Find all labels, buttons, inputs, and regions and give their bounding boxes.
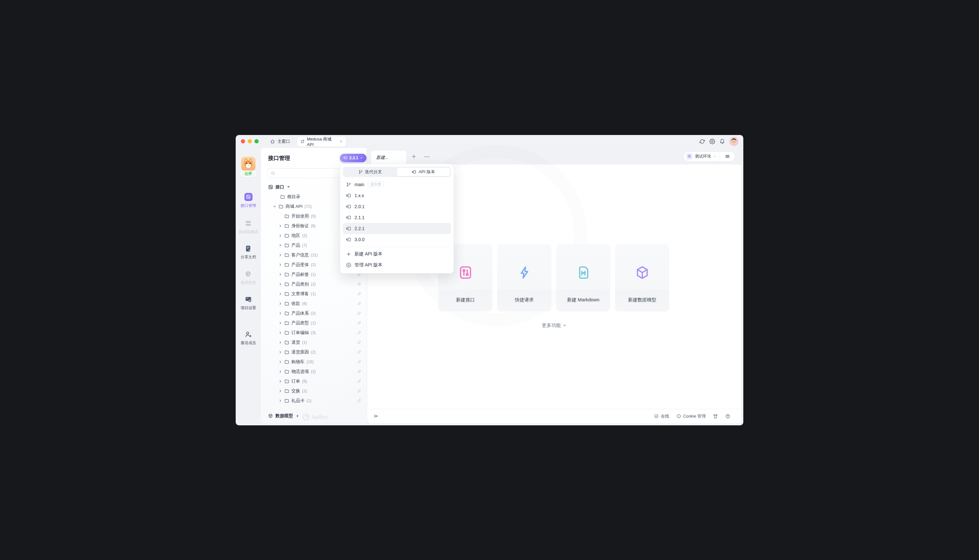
- tree-row-folder[interactable]: 交换 (2): [261, 386, 367, 396]
- link-icon[interactable]: [357, 398, 362, 403]
- environment-selector[interactable]: 测 测试环境: [684, 152, 735, 162]
- sidebar-item-automated-testing[interactable]: 自动化测试: [236, 220, 261, 235]
- manage-api-version-button[interactable]: 管理 API 版本: [343, 260, 451, 271]
- version-badge-button[interactable]: 2.2.1: [340, 154, 367, 162]
- help-icon[interactable]: [725, 414, 730, 419]
- layout-menu-button[interactable]: [720, 154, 735, 159]
- sidebar-item-invite-members[interactable]: 邀请成员: [236, 330, 261, 346]
- cookie-manager-button[interactable]: Cookie 管理: [676, 413, 706, 419]
- version-item[interactable]: 1.x.x: [343, 190, 451, 201]
- main-branch-badge: 主分支: [367, 181, 384, 188]
- new-tab[interactable]: 新建...: [371, 150, 407, 165]
- more-features-label: 更多功能: [542, 322, 561, 328]
- collapse-sidebar-icon[interactable]: [374, 413, 379, 419]
- chevron-right-icon[interactable]: [279, 370, 282, 373]
- more-features-button[interactable]: 更多功能: [367, 322, 741, 328]
- tree-row-folder[interactable]: 退货 (1): [261, 338, 367, 347]
- chevron-down-icon: [713, 155, 716, 158]
- tree-row-label: 交换: [291, 388, 300, 394]
- user-avatar[interactable]: [729, 137, 739, 146]
- link-icon[interactable]: [357, 350, 362, 355]
- sidebar-item-api-management[interactable]: 接口管理: [236, 193, 261, 208]
- version-item[interactable]: 3.0.0: [343, 234, 451, 245]
- chevron-right-icon[interactable]: [279, 379, 282, 383]
- version-item[interactable]: 2.1.1: [343, 212, 451, 223]
- link-icon[interactable]: [357, 320, 362, 325]
- main-window-tab[interactable]: 主窗口: [270, 138, 290, 145]
- chevron-right-icon[interactable]: [279, 243, 282, 247]
- version-item[interactable]: 2.0.1: [343, 201, 451, 212]
- tab-iteration-branch[interactable]: 迭代分支: [344, 167, 397, 177]
- chevron-right-icon[interactable]: [279, 321, 282, 325]
- tree-row-folder[interactable]: 订单编辑 (3): [261, 328, 367, 338]
- chevron-right-icon[interactable]: [279, 312, 282, 315]
- chevron-right-icon[interactable]: [279, 399, 282, 403]
- add-tab-button[interactable]: [411, 154, 417, 159]
- tree-row-folder[interactable]: 产品类别 (2): [261, 279, 367, 289]
- memoji-face: [729, 137, 739, 146]
- settings-gear-icon[interactable]: [709, 138, 715, 144]
- sidebar-item-project-settings[interactable]: 项目设置: [236, 295, 261, 311]
- branch-item-main[interactable]: main 主分支: [343, 179, 451, 190]
- data-models-section[interactable]: 数据模型: [261, 408, 367, 423]
- quick-request-card[interactable]: 快捷请求: [497, 244, 551, 312]
- notifications-bell-icon[interactable]: [719, 138, 725, 144]
- tree-row-folder[interactable]: 订单 (5): [261, 377, 367, 386]
- tree-row-count: (6): [302, 302, 307, 306]
- chevron-right-icon[interactable]: [279, 331, 282, 335]
- tree-row-folder[interactable]: 物流选项 (2): [261, 367, 367, 377]
- chevron-right-icon[interactable]: [279, 302, 282, 305]
- link-icon[interactable]: [357, 330, 362, 335]
- tab-api-version[interactable]: API 版本: [397, 167, 450, 177]
- sidebar-label: 邀请成员: [240, 340, 256, 346]
- close-tab-icon[interactable]: [339, 140, 343, 143]
- chevron-right-icon[interactable]: [279, 292, 282, 296]
- tree-section-header[interactable]: 接口: [261, 182, 290, 192]
- project-avatar[interactable]: [241, 157, 255, 171]
- tree-row-folder[interactable]: 购物车 (15): [261, 357, 367, 367]
- link-icon[interactable]: [357, 379, 362, 383]
- traffic-minimize-button[interactable]: [248, 139, 252, 143]
- project-tab[interactable]: Medusa 商城 API: [297, 137, 346, 147]
- link-icon[interactable]: [357, 369, 362, 374]
- more-tabs-button[interactable]: [424, 155, 430, 158]
- version-item-selected[interactable]: 2.2.1: [343, 223, 451, 234]
- chevron-right-icon[interactable]: [279, 224, 282, 228]
- link-icon[interactable]: [357, 388, 362, 393]
- chevron-right-icon[interactable]: [279, 350, 282, 354]
- link-icon[interactable]: [357, 359, 362, 364]
- link-icon[interactable]: [357, 340, 362, 345]
- refresh-icon[interactable]: [699, 138, 705, 144]
- tree-row-folder[interactable]: 产品类型 (1): [261, 318, 367, 328]
- new-markdown-card[interactable]: 新建 Markdown: [556, 244, 610, 312]
- link-icon[interactable]: [357, 301, 362, 306]
- tree-row-folder[interactable]: 收款 (6): [261, 299, 367, 308]
- chevron-right-icon[interactable]: [279, 263, 282, 267]
- chevron-right-icon[interactable]: [279, 234, 282, 238]
- tshirt-theme-icon[interactable]: [713, 414, 718, 419]
- new-api-version-button[interactable]: 新建 API 版本: [343, 248, 451, 260]
- online-status[interactable]: 在线: [654, 413, 669, 419]
- chevron-right-icon[interactable]: [279, 340, 282, 344]
- tree-row-folder[interactable]: 礼品卡 (1): [261, 396, 367, 406]
- tree-row-folder[interactable]: 文章博客 (1): [261, 289, 367, 299]
- chevron-right-icon[interactable]: [279, 389, 282, 393]
- link-icon[interactable]: [357, 282, 362, 287]
- link-icon[interactable]: [357, 291, 362, 296]
- link-icon[interactable]: [357, 311, 362, 316]
- traffic-close-button[interactable]: [241, 139, 245, 143]
- chevron-right-icon[interactable]: [279, 273, 282, 277]
- chevron-down-icon[interactable]: [273, 205, 277, 208]
- chevron-right-icon[interactable]: [279, 253, 282, 257]
- sidebar-item-request-history[interactable]: 请求历史: [236, 270, 261, 285]
- git-branch-icon: [346, 182, 351, 187]
- traffic-zoom-button[interactable]: [254, 139, 259, 143]
- new-data-model-card[interactable]: 新建数据模型: [615, 244, 669, 312]
- card-label: 新建接口: [439, 297, 492, 303]
- tree-row-folder[interactable]: 产品体系 (2): [261, 308, 367, 318]
- chevron-right-icon[interactable]: [279, 282, 282, 286]
- tree-row-count: (1): [311, 272, 316, 277]
- chevron-right-icon[interactable]: [279, 360, 282, 364]
- sidebar-item-share-docs[interactable]: 分享文档: [236, 245, 261, 260]
- tree-row-folder[interactable]: 退货原因 (2): [261, 347, 367, 357]
